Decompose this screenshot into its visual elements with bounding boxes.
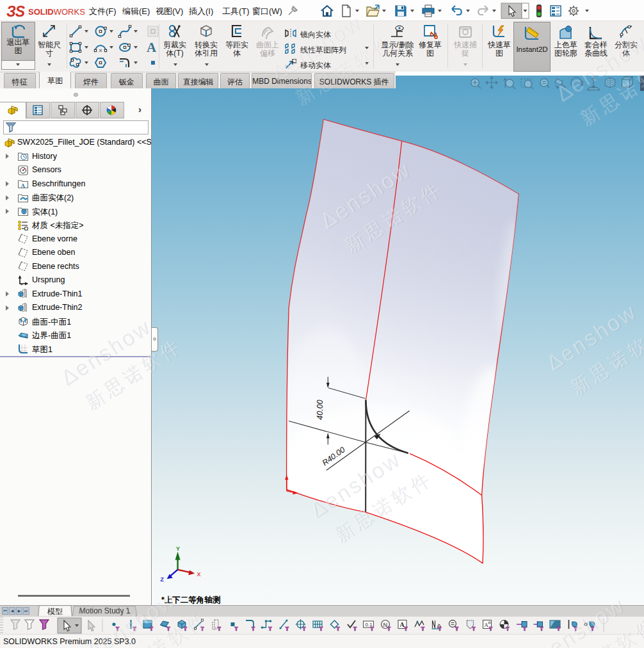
svg-text:A: A xyxy=(21,182,26,189)
svg-text:ЗS: ЗS xyxy=(6,3,26,19)
svg-text:N: N xyxy=(383,622,388,628)
svg-text:Z: Z xyxy=(161,576,165,583)
svg-text:40.00: 40.00 xyxy=(316,400,325,419)
svg-text:Y: Y xyxy=(176,546,180,552)
svg-text:SOLIDWORKS: SOLIDWORKS xyxy=(28,7,85,17)
svg-text:A: A xyxy=(485,622,489,628)
svg-text:X: X xyxy=(197,571,201,578)
svg-text:0.1: 0.1 xyxy=(366,622,373,628)
